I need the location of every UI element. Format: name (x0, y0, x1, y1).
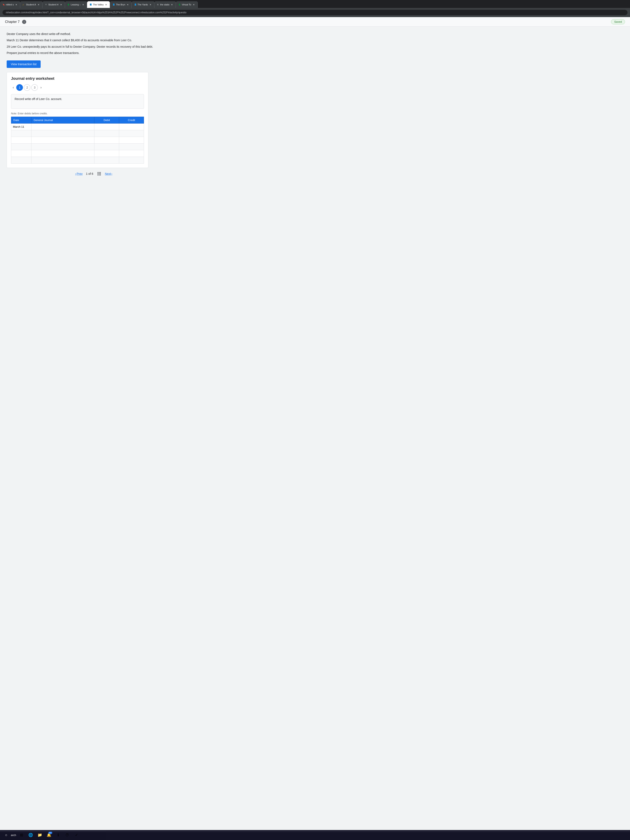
credit-cell-2 (119, 137, 144, 143)
search-circle-icon[interactable]: ○ (3, 831, 10, 839)
tab-label-t5: The Valley (93, 3, 104, 6)
prev-page-button[interactable]: ‹ Prev (75, 172, 82, 175)
tab-3-button[interactable]: 3 (31, 84, 38, 91)
debit-cell-3 (95, 143, 119, 150)
check-icon[interactable]: ✓ (73, 831, 80, 839)
browser-tab-t3[interactable]: Y Student H ✕ (43, 1, 65, 8)
date-input-1[interactable] (11, 130, 31, 137)
credit-cell-3 (119, 143, 144, 150)
tab-close-t2[interactable]: ✕ (37, 3, 40, 6)
browser-tab-t9[interactable]: 🌲 Virtual To ✕ (176, 1, 197, 8)
tab-close-t1[interactable]: ✕ (14, 3, 18, 6)
date-cell-1 (11, 130, 32, 137)
prev-chevron-icon: ‹ (75, 172, 76, 175)
edge-icon[interactable]: 🌐 (27, 831, 35, 839)
next-tab-button[interactable]: › (39, 85, 43, 90)
problem-statement: Dexter Company uses the direct write-off… (7, 32, 181, 55)
problem-intro: Dexter Company uses the direct write-off… (7, 32, 181, 36)
journal-input-5[interactable] (32, 157, 94, 163)
journal-cell-0 (32, 123, 95, 130)
saved-badge: Saved (611, 19, 625, 24)
browser-tab-t7[interactable]: 📘 The Yards ✕ (132, 1, 155, 8)
tab-close-t4[interactable]: ✕ (82, 3, 85, 6)
next-page-button[interactable]: Next › (105, 172, 112, 175)
journal-table: Date General Journal Debit Credit (11, 117, 144, 164)
credit-input-2[interactable] (119, 137, 144, 143)
date-input-0[interactable] (11, 123, 31, 130)
tab-label-t2: Student A (26, 3, 36, 6)
page-info: 1 of 6 (86, 172, 93, 175)
journal-input-0[interactable] (32, 123, 94, 130)
pagination-row: ‹ Prev 1 of 6 Next › (7, 172, 181, 175)
browser-tab-t2[interactable]: 🎓 Student A ✕ (20, 1, 43, 8)
debit-cell-2 (95, 137, 119, 143)
prev-label: Prev (77, 172, 83, 175)
tab-close-t6[interactable]: ✕ (126, 3, 129, 6)
debit-input-5[interactable] (95, 157, 119, 163)
credit-input-1[interactable] (119, 130, 144, 137)
date-input-2[interactable] (11, 137, 31, 143)
debit-input-3[interactable] (95, 144, 119, 150)
debit-input-2[interactable] (95, 137, 119, 143)
date-cell-2 (11, 137, 32, 143)
current-page: 1 (86, 172, 87, 175)
tab-1-button[interactable]: 1 (16, 84, 23, 91)
debit-input-1[interactable] (95, 130, 119, 137)
address-bar[interactable]: mheducation.com/ext/map/index.html?_con=… (3, 10, 627, 15)
files-icon[interactable]: 📁 (36, 831, 44, 839)
date-cell-4 (11, 150, 32, 157)
info-taskbar-icon[interactable]: ℹ (54, 831, 62, 839)
tab-favicon-t3: Y (44, 3, 47, 6)
debit-cell-0 (95, 123, 119, 130)
browser-tab-t5[interactable]: 📘 The Valley ✕ (87, 1, 110, 8)
journal-input-4[interactable] (32, 150, 94, 157)
tab-close-t3[interactable]: ✕ (59, 3, 63, 6)
credit-input-3[interactable] (119, 144, 144, 150)
worksheet-container: Journal entry worksheet ‹ 1 2 3 › Record… (7, 72, 148, 168)
task-view-icon[interactable]: ⊞ (18, 831, 25, 839)
date-input-4[interactable] (11, 150, 31, 157)
date-input-3[interactable] (11, 144, 31, 150)
credit-cell-0 (119, 123, 144, 130)
browser-tab-t1[interactable]: 🔖 ntitled s ✕ (0, 1, 20, 8)
info-icon[interactable]: i (22, 20, 26, 24)
browser-tab-t4[interactable]: 🌲 Leasing – ✕ (65, 1, 87, 8)
taskbar: ○ arch ⊞ 🌐 📁 🔔 99+ ℹ ⏱ ✓ (0, 830, 630, 840)
credit-input-0[interactable] (119, 123, 144, 130)
tab-close-t5[interactable]: ✕ (104, 3, 108, 6)
tab-label-t4: Leasing – (71, 3, 81, 6)
journal-input-1[interactable] (32, 130, 94, 137)
page-content: Chapter 7 i Saved Dexter Company uses th… (0, 17, 630, 832)
timer-icon[interactable]: ⏱ (63, 831, 71, 839)
tab-close-t9[interactable]: ✕ (192, 3, 196, 6)
journal-row-1 (11, 130, 144, 137)
debit-input-4[interactable] (95, 150, 119, 157)
view-transaction-button[interactable]: View transaction list (7, 60, 41, 68)
tab-favicon-t5: 📘 (89, 3, 92, 6)
tab-2-button[interactable]: 2 (24, 84, 30, 91)
tab-close-t7[interactable]: ✕ (149, 3, 152, 6)
debit-cell-1 (95, 130, 119, 137)
debit-header: Debit (95, 117, 119, 123)
tab-favicon-t9: 🌲 (178, 3, 181, 6)
problem-line1: March 11 Dexter determines that it canno… (7, 38, 181, 43)
journal-input-2[interactable] (32, 137, 94, 143)
credit-input-4[interactable] (119, 150, 144, 157)
credit-input-5[interactable] (119, 157, 144, 163)
debit-cell-4 (95, 150, 119, 157)
browser-tab-t6[interactable]: 📘 The Bryn ✕ (110, 1, 132, 8)
journal-input-3[interactable] (32, 144, 94, 150)
tab-label-t7: The Yards (137, 3, 148, 6)
debit-input-0[interactable] (95, 123, 119, 130)
tab-label-t8: the statio (160, 3, 170, 6)
date-input-5[interactable] (11, 157, 31, 163)
of-label: of (88, 172, 92, 175)
notifications-icon[interactable]: 🔔 99+ (45, 831, 53, 839)
tab-favicon-t8: G (156, 3, 159, 6)
grid-view-icon[interactable] (98, 172, 101, 175)
tab-close-t8[interactable]: ✕ (170, 3, 174, 6)
browser-tab-t8[interactable]: G the statio ✕ (155, 1, 176, 8)
prev-tab-button[interactable]: ‹ (11, 85, 16, 90)
tab-favicon-t4: 🌲 (67, 3, 70, 6)
journal-cell-5 (32, 157, 95, 163)
